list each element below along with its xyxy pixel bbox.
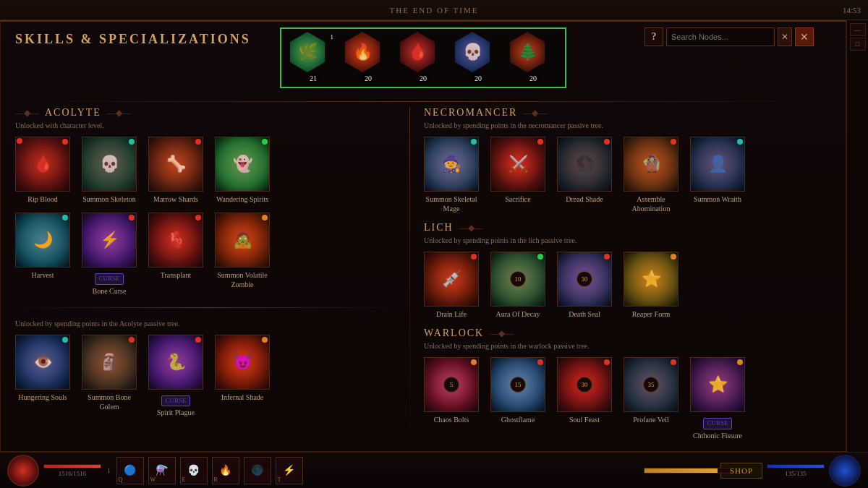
harvest-icon: 🌙 — [15, 213, 70, 267]
soul-feast-label: Soul Feast — [557, 415, 612, 424]
ability-slot-5[interactable]: 🌑 — [244, 457, 271, 484]
skill-item-chaos-bolts[interactable]: 5 Chaos Bolts — [424, 357, 479, 440]
summon-bone-golem-icon: 🗿 — [82, 335, 137, 390]
skill-nodes-row: 🌿 1 21 🔥 20 🩸 20 💀 20 🌲 — [280, 27, 566, 88]
ability-slot-w[interactable]: ⚗️ W — [148, 457, 176, 484]
help-button[interactable]: ? — [644, 27, 663, 46]
chthonic-fissure-label: Chthonic Fissure — [690, 431, 745, 440]
vertical-divider — [409, 107, 410, 444]
sidebar-collapse-button[interactable]: □ — [850, 38, 866, 51]
hp-bar — [43, 464, 101, 468]
ghostflame-number: 15 — [510, 377, 526, 393]
skill-node-0[interactable]: 🌿 1 21 — [287, 32, 339, 84]
chaos-bolts-number: 5 — [443, 377, 459, 393]
skill-item-soul-feast[interactable]: 30 Soul Feast — [557, 357, 612, 440]
ghostflame-label: Ghostflame — [490, 415, 545, 424]
xp-fill — [644, 468, 718, 473]
warlock-section: WARLOCK —◆— Unlocked by spending points … — [424, 328, 838, 440]
skill-item-assemble-abomination[interactable]: 🧌 Assemble Abomination — [624, 137, 678, 213]
top-divider — [15, 101, 831, 102]
wandering-spirits-label: Wandering Spirits — [215, 194, 270, 204]
skill-item-death-seal[interactable]: 30 Death Seal — [557, 252, 612, 319]
warlock-title: WARLOCK — [424, 328, 484, 339]
level-indicator: 1 — [107, 467, 111, 474]
volatile-zombie-label: Summon Volatile Zombie — [215, 270, 270, 289]
skill-item-summon-wraith[interactable]: 👤 Summon Wraith — [690, 137, 745, 213]
chthonic-fissure-curse-label: CURSE — [703, 418, 731, 429]
bone-curse-icon: ⚡ — [82, 213, 137, 267]
skill-node-count-1: 20 — [362, 74, 374, 82]
profane-veil-number: 35 — [643, 377, 659, 393]
minimize-button[interactable]: — — [850, 23, 866, 36]
skill-node-1[interactable]: 🔥 20 — [342, 32, 394, 84]
hp-text: 1516/1516 — [59, 470, 87, 477]
aura-of-decay-icon: 10 — [490, 252, 545, 307]
acolyte-passive-subtitle: Unlocked by spending points in the Acoly… — [15, 320, 399, 328]
xp-text: 86 — [684, 473, 690, 474]
reaper-form-gem — [671, 254, 676, 260]
skill-node-4[interactable]: 🌲 20 — [507, 32, 559, 84]
ability-slot-q[interactable]: 🔵 Q — [116, 457, 144, 484]
drain-life-gem — [471, 254, 477, 260]
necromancer-skills: 🧙 Summon Skeletal Mage ⚔️ Sacrifice — [424, 137, 838, 213]
skill-item-spirit-plague[interactable]: 🐍 CURSE Spirit Plague — [148, 335, 203, 418]
acolyte-skills-row2: 🌙 Harvest ⚡ CURSE Bone Curse — [15, 213, 399, 296]
summon-bone-golem-label: Summon Bone Golem — [82, 393, 137, 411]
summon-skeleton-icon: 💀 — [82, 137, 137, 192]
sacrifice-label: Sacrifice — [490, 194, 545, 204]
window-title: THE END OF TIME — [390, 6, 479, 14]
chaos-bolts-label: Chaos Bolts — [424, 415, 479, 424]
skill-item-ghostflame[interactable]: 15 Ghostflame — [490, 357, 545, 440]
acolyte-mid-divider — [15, 307, 399, 308]
ability-slot-e[interactable]: 💀 E — [180, 457, 208, 484]
skill-item-dread-shade[interactable]: 🌑 Dread Shade — [557, 137, 612, 213]
dread-shade-icon: 🌑 — [557, 137, 612, 192]
skill-item-infernal-shade[interactable]: 😈 Infernal Shade — [215, 335, 270, 418]
assemble-abomination-icon: 🧌 — [624, 137, 678, 192]
skill-item-summon-skeleton[interactable]: 💀 Summon Skeleton — [82, 137, 137, 204]
spirit-plague-label: Spirit Plague — [148, 408, 203, 417]
chthonic-fissure-gem — [737, 359, 743, 365]
search-input[interactable] — [666, 27, 775, 46]
skill-item-harvest[interactable]: 🌙 Harvest — [15, 213, 70, 296]
skill-item-summon-skeletal-mage[interactable]: 🧙 Summon Skeletal Mage — [424, 137, 479, 213]
skill-item-summon-bone-golem[interactable]: 🗿 Summon Bone Golem — [82, 335, 137, 418]
skill-item-profane-veil[interactable]: 35 Profane Veil — [624, 357, 678, 440]
ability-slot-r[interactable]: 🔥 R — [212, 457, 239, 484]
skill-item-drain-life[interactable]: 💉 Drain Life — [424, 252, 479, 319]
lich-header: LICH —◆— — [424, 222, 838, 234]
assemble-abomination-label: Assemble Abomination — [624, 194, 678, 213]
mp-info: 135/135 — [767, 464, 825, 477]
skill-item-chthonic-fissure[interactable]: ⭐ CURSE Chthonic Fissure — [690, 357, 745, 440]
skill-item-summon-volatile-zombie[interactable]: 🧟 Summon Volatile Zombie — [215, 213, 270, 296]
lich-skills: 💉 Drain Life 10 Aura Of Decay — [424, 252, 838, 319]
skill-item-hungering-souls[interactable]: 👁️ Hungering Souls — [15, 335, 70, 418]
necromancer-title: NECROMANCER — [424, 107, 517, 119]
skill-item-wandering-spirits[interactable]: 👻 Wandering Spirits — [215, 137, 270, 204]
infernal-shade-icon: 😈 — [215, 335, 270, 390]
right-column: NECROMANCER —◆— Unlocked by spending poi… — [424, 107, 838, 440]
acolyte-subtitle: Unlocked with character level. — [15, 121, 399, 129]
skill-node-3[interactable]: 💀 20 — [452, 32, 504, 84]
skill-item-reaper-form[interactable]: ⭐ Reaper Form — [624, 252, 678, 319]
skill-item-aura-of-decay[interactable]: 10 Aura Of Decay — [490, 252, 545, 319]
wandering-spirits-gem — [262, 139, 268, 145]
skill-item-bone-curse[interactable]: ⚡ CURSE Bone Curse — [82, 213, 137, 296]
close-button[interactable]: ✕ — [795, 27, 814, 46]
search-clear-button[interactable]: ✕ — [778, 27, 792, 46]
skill-node-2[interactable]: 🩸 20 — [397, 32, 449, 84]
mana-orb — [829, 455, 861, 487]
summon-wraith-icon: 👤 — [690, 137, 745, 192]
ability-slot-t[interactable]: ⚡ T — [276, 457, 303, 484]
necromancer-section: NECROMANCER —◆— Unlocked by spending poi… — [424, 107, 838, 213]
skill-item-rip-blood[interactable]: 🩸 Rip Blood — [15, 137, 70, 204]
skill-node-icon-3: 💀 — [452, 32, 493, 72]
acolyte-section: —◆— ACOLYTE —◆— Unlocked with character … — [15, 107, 399, 417]
skill-item-sacrifice[interactable]: ⚔️ Sacrifice — [490, 137, 545, 213]
skill-item-marrow-shards[interactable]: 🦴 Marrow Shards — [148, 137, 203, 204]
aura-decay-number: 10 — [510, 271, 526, 287]
hp-info: 1516/1516 — [43, 464, 101, 477]
lich-subtitle: Unlocked by spending points in the lich … — [424, 236, 838, 244]
necromancer-header: NECROMANCER —◆— — [424, 107, 838, 119]
skill-item-transplant[interactable]: 🫀 Transplant — [148, 213, 203, 296]
